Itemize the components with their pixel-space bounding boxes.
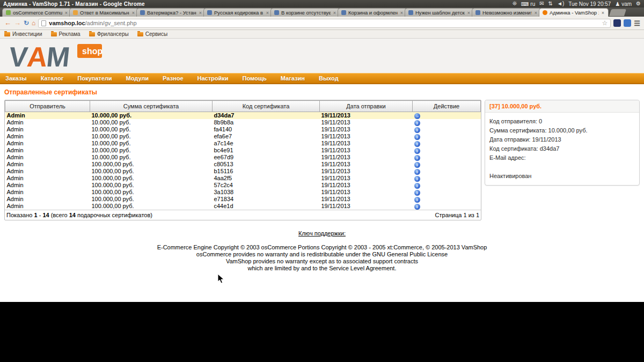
home-button[interactable]: ⌂ <box>32 19 35 27</box>
tab-label: Невозможно изменить и <box>482 10 532 16</box>
tab-close-icon[interactable]: × <box>266 10 269 16</box>
tab-close-icon[interactable]: × <box>64 10 68 16</box>
vamshop-favicon <box>543 10 547 15</box>
nav-item-5[interactable]: Настройки <box>197 75 229 82</box>
table-row-12[interactable]: Admin100.000,00 руб.e7183419/11/2013i <box>5 196 481 203</box>
table-row-8[interactable]: Admin100.000,00 руб.b1511619/11/2013i <box>5 168 481 175</box>
nav-item-3[interactable]: Модули <box>126 75 149 82</box>
cell-date: 19/11/2013 <box>320 161 413 168</box>
user-indicator[interactable]: ♟ vam <box>615 1 632 7</box>
indicator-app-icon[interactable]: ❊ <box>513 1 517 6</box>
bookmark-star-icon[interactable]: ☆ <box>602 19 608 27</box>
cell-code: b15116 <box>213 168 320 175</box>
browser-tab-3[interactable]: Русская кодировка в мод× <box>203 8 273 17</box>
folder-icon <box>51 32 57 36</box>
volume-icon[interactable]: ◄) <box>557 1 564 6</box>
info-icon[interactable]: i <box>414 204 420 210</box>
cell-action: i <box>413 126 481 133</box>
info-icon[interactable]: i <box>414 169 420 175</box>
cell-sender: Admin <box>5 168 90 175</box>
browser-tab-0[interactable]: osCommerce Community.× <box>2 8 72 17</box>
tab-close-icon[interactable]: × <box>400 10 404 16</box>
table-row-7[interactable]: Admin100.000,00 руб.c8051319/11/2013i <box>5 161 481 168</box>
tab-close-icon[interactable]: × <box>333 10 336 16</box>
url-text[interactable]: vamshop.loc/admin/gv_sent.php <box>49 20 599 26</box>
table-row-4[interactable]: Admin10.000,00 руб.a7c14e19/11/2013i <box>5 140 481 147</box>
table-row-0[interactable]: Admin10.000,00 руб.d34da719/11/2013→ <box>5 112 481 120</box>
table-row-6[interactable]: Admin10.000,00 руб.ee67d919/11/2013i <box>5 154 481 161</box>
cell-amount: 100.000,00 руб. <box>90 161 213 168</box>
nav-item-7[interactable]: Магазин <box>281 75 305 82</box>
info-icon[interactable]: i <box>414 176 420 182</box>
clock[interactable]: Tue Nov 19 20:57 <box>568 1 611 7</box>
vamshop-logo[interactable]: V A M shop <box>3 41 127 72</box>
browser-tab-8[interactable]: Админка - VamShop 1.71× <box>539 8 609 17</box>
support-key-link[interactable]: Ключ поддержки: <box>298 230 346 237</box>
back-button[interactable]: ← <box>4 19 11 27</box>
bookmark-folder-1[interactable]: Реклама <box>51 31 80 37</box>
cell-amount: 10.000,00 руб. <box>90 133 213 140</box>
nav-item-0[interactable]: Заказы <box>5 75 27 82</box>
new-tab-button[interactable] <box>609 9 626 16</box>
browser-tab-6[interactable]: Нужен шаблон детского× <box>405 8 474 17</box>
info-icon[interactable]: i <box>414 155 420 161</box>
cell-amount: 100.000,00 руб. <box>90 168 213 175</box>
nav-item-8[interactable]: Выход <box>319 75 339 82</box>
gear-icon[interactable]: ⚙ <box>636 1 641 6</box>
page-viewport: V A M shop ЗаказыКаталогПокупателиМодули… <box>0 39 644 302</box>
tab-close-icon[interactable]: × <box>467 10 471 16</box>
selected-arrow-icon[interactable]: → <box>414 113 420 119</box>
bookmark-folder-2[interactable]: Фрилансеры <box>89 31 129 37</box>
keyboard-indicator[interactable]: ⌨ ru <box>521 1 535 7</box>
table-row-13[interactable]: Admin100.000,00 руб.c44e1d19/11/2013i <box>5 203 481 210</box>
extension-icon-1[interactable] <box>613 19 621 27</box>
tab-close-icon[interactable]: × <box>601 10 605 16</box>
network-icon[interactable]: ⇅ <box>548 1 553 6</box>
nav-item-2[interactable]: Покупатели <box>77 75 112 82</box>
bookmarks-bar: ИнвестицииРекламаФрилансерыСервисы <box>0 30 644 39</box>
info-icon[interactable]: i <box>414 190 420 196</box>
info-icon[interactable]: i <box>414 148 420 154</box>
browser-tab-7[interactable]: Невозможно изменить и× <box>472 8 541 17</box>
browser-tab-1[interactable]: Ответ в Максимальная с× <box>69 8 139 17</box>
table-row-2[interactable]: Admin10.000,00 руб.fa414019/11/2013i <box>5 126 481 133</box>
bookmark-folder-0[interactable]: Инвестиции <box>4 31 42 37</box>
info-icon[interactable]: i <box>414 141 420 147</box>
logo-letter-m: M <box>45 41 71 72</box>
nav-item-4[interactable]: Разное <box>163 75 183 82</box>
browser-tab-5[interactable]: Корзина и оформление :× <box>338 8 407 17</box>
info-icon[interactable]: i <box>414 127 420 133</box>
forum-favicon <box>408 10 413 15</box>
table-row-1[interactable]: Admin10.000,00 руб.8b9b8a19/11/2013i <box>5 119 481 126</box>
copyright-line: E-Commerce Engine Copyright © 2003 osCom… <box>4 244 640 251</box>
mail-icon[interactable]: ✉ <box>539 1 544 6</box>
browser-tab-2[interactable]: Ватермарка? - Установка× <box>136 8 206 17</box>
nav-item-1[interactable]: Каталог <box>41 75 64 82</box>
keyboard-icon: ⌨ <box>521 1 529 7</box>
table-row-5[interactable]: Admin10.000,00 руб.bc4e9119/11/2013i <box>5 147 481 154</box>
forward-button[interactable]: → <box>14 19 21 27</box>
table-row-10[interactable]: Admin100.000,00 руб.57c2c419/11/2013i <box>5 182 481 189</box>
info-icon[interactable]: i <box>414 134 420 140</box>
mouse-cursor <box>217 274 225 284</box>
info-icon[interactable]: i <box>414 162 420 168</box>
reload-button[interactable]: ↻ <box>24 19 29 27</box>
cell-code: c44e1d <box>213 203 320 210</box>
extension-icon-2[interactable] <box>624 19 631 27</box>
cell-action: i <box>413 133 481 140</box>
bookmark-folder-3[interactable]: Сервисы <box>137 31 167 37</box>
tab-close-icon[interactable]: × <box>131 10 135 16</box>
table-row-3[interactable]: Admin10.000,00 руб.efa6e719/11/2013i <box>5 133 481 140</box>
nav-item-6[interactable]: Помощь <box>243 75 267 82</box>
address-bar[interactable]: vamshop.loc/admin/gv_sent.php ☆ <box>38 19 611 28</box>
info-icon[interactable]: i <box>414 120 420 126</box>
browser-tab-4[interactable]: В корзине отсутствует н× <box>270 8 340 17</box>
table-row-11[interactable]: Admin100.000,00 руб.3a103819/11/2013i <box>5 189 481 196</box>
info-icon[interactable]: i <box>414 183 420 189</box>
tab-close-icon[interactable]: × <box>199 10 202 16</box>
cell-amount: 100.000,00 руб. <box>90 189 213 196</box>
table-row-9[interactable]: Admin100.000,00 руб.4aa2f519/11/2013i <box>5 175 481 182</box>
info-icon[interactable]: i <box>414 197 420 203</box>
tab-close-icon[interactable]: × <box>534 10 538 16</box>
chrome-menu-icon[interactable]: ☰ <box>634 19 640 27</box>
